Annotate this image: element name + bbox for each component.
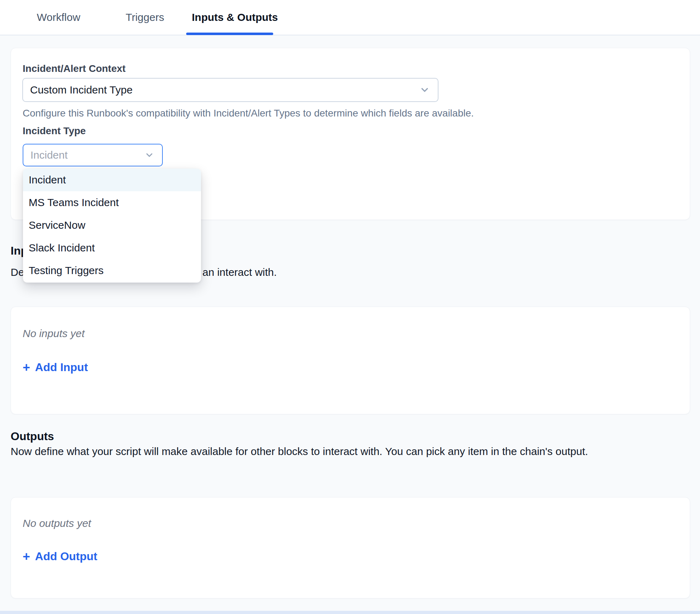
tab-bar: Workflow Triggers Inputs & Outputs bbox=[0, 0, 700, 35]
tab-inputs-outputs[interactable]: Inputs & Outputs bbox=[187, 0, 283, 35]
no-outputs-text: No outputs yet bbox=[23, 517, 91, 529]
bottom-edge-strip bbox=[0, 611, 700, 614]
add-output-button[interactable]: + Add Output bbox=[23, 550, 97, 563]
dropdown-option-servicenow[interactable]: ServiceNow bbox=[23, 214, 201, 237]
plus-icon: + bbox=[23, 550, 30, 563]
incident-alert-context-label: Incident/Alert Context bbox=[23, 63, 126, 74]
inputs-section-description-end: an interact with. bbox=[202, 266, 277, 278]
dropdown-option-ms-teams-incident[interactable]: MS Teams Incident bbox=[23, 191, 201, 214]
no-inputs-text: No inputs yet bbox=[23, 328, 85, 340]
active-tab-underline bbox=[186, 33, 273, 35]
plus-icon: + bbox=[23, 361, 30, 374]
context-help-text: Configure this Runbook's compatibility w… bbox=[23, 108, 474, 119]
chevron-down-icon bbox=[144, 150, 154, 160]
runbook-config-page: Workflow Triggers Inputs & Outputs Incid… bbox=[0, 0, 700, 614]
add-output-label: Add Output bbox=[35, 550, 97, 563]
chevron-down-icon bbox=[419, 85, 430, 95]
tab-triggers[interactable]: Triggers bbox=[121, 0, 169, 35]
incident-type-select[interactable]: Incident bbox=[23, 144, 163, 166]
dropdown-option-testing-triggers[interactable]: Testing Triggers bbox=[23, 259, 201, 282]
inputs-card: No inputs yet + Add Input bbox=[11, 307, 690, 414]
dropdown-option-slack-incident[interactable]: Slack Incident bbox=[23, 237, 201, 259]
incident-type-label: Incident Type bbox=[23, 125, 86, 137]
outputs-card: No outputs yet + Add Output bbox=[11, 497, 690, 598]
incident-type-placeholder: Incident bbox=[23, 149, 68, 161]
dropdown-option-incident[interactable]: Incident bbox=[23, 169, 201, 191]
add-input-label: Add Input bbox=[35, 361, 88, 374]
incident-type-dropdown-menu: Incident MS Teams Incident ServiceNow Sl… bbox=[23, 169, 201, 283]
tab-workflow[interactable]: Workflow bbox=[32, 0, 85, 35]
outputs-section-description: Now define what your script will make av… bbox=[11, 445, 588, 457]
incident-alert-context-select[interactable]: Custom Incident Type bbox=[22, 78, 438, 102]
incident-alert-context-value: Custom Incident Type bbox=[23, 84, 133, 96]
outputs-section-heading: Outputs bbox=[11, 430, 54, 443]
add-input-button[interactable]: + Add Input bbox=[23, 361, 88, 374]
inputs-section-description-start: De bbox=[11, 266, 24, 278]
